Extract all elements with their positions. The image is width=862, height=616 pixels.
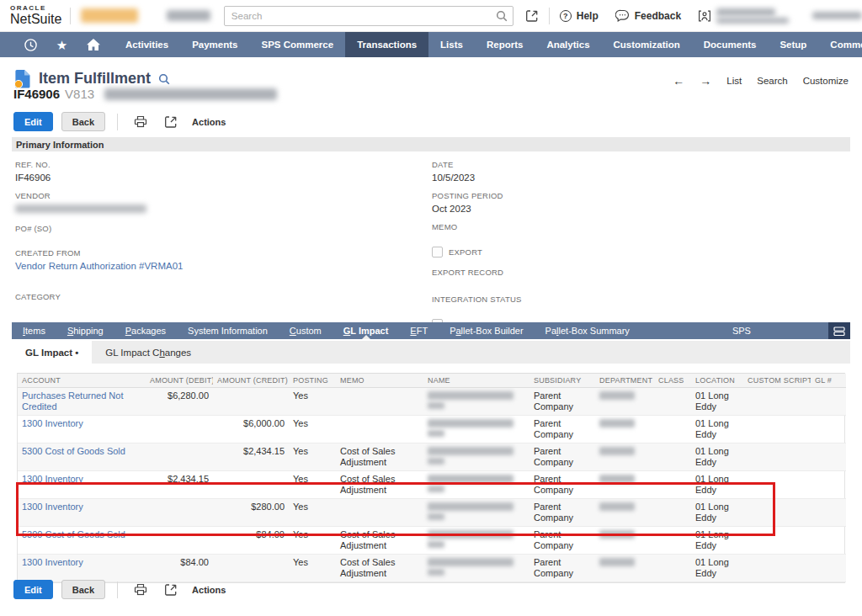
subtab-gl-impact[interactable]: GL Impact • — [12, 341, 92, 364]
tab-shipping[interactable]: Shipping — [56, 322, 114, 339]
account-link[interactable]: 1300 Inventory — [22, 502, 83, 512]
account-link[interactable]: 1300 Inventory — [22, 418, 83, 428]
footer-quick-add-record-icon[interactable] — [160, 583, 182, 597]
footer-actions-menu[interactable]: Actions — [192, 585, 226, 595]
roles-icon[interactable] — [698, 10, 711, 22]
search-icon[interactable] — [496, 10, 508, 22]
nav-item-analytics[interactable]: Analytics — [535, 32, 601, 57]
cell-department — [595, 443, 654, 470]
recent-records-icon[interactable] — [15, 32, 46, 57]
redacted-entity-name — [104, 88, 277, 100]
account-link[interactable]: 5300 Cost of Goods Sold — [22, 529, 125, 539]
field-posting-period: POSTING PERIODOct 2023 — [432, 191, 827, 215]
field-label-po-so: PO# (SO) — [15, 224, 411, 234]
redacted-name — [428, 502, 513, 511]
nav-item-documents[interactable]: Documents — [692, 32, 769, 57]
redacted-name-line2 — [428, 486, 444, 492]
cell-credit: $6,000.00 — [213, 415, 289, 443]
redacted-name — [428, 391, 513, 400]
tab-custom[interactable]: Custom — [279, 322, 333, 339]
cell-class — [654, 387, 691, 415]
nav-item-reports[interactable]: Reports — [475, 32, 535, 57]
quick-add-record-icon[interactable] — [160, 115, 182, 129]
account-link[interactable]: Purchases Returned Not Credited — [22, 390, 123, 412]
print-icon[interactable] — [130, 115, 152, 128]
field-created-from: CREATED FROMVendor Return Authorization … — [15, 248, 411, 272]
toolbar-divider — [117, 114, 118, 130]
field-date: DATE10/5/2023 — [432, 160, 827, 183]
field-export: EXPORT — [432, 247, 827, 258]
tab-items[interactable]: Items — [12, 322, 56, 339]
quick-add-icon[interactable] — [525, 9, 539, 23]
nav-item-sps-commerce[interactable]: SPS Commerce — [249, 32, 345, 57]
cell-location: 01 Long Eddy — [691, 498, 743, 526]
nav-item-lists[interactable]: Lists — [428, 32, 475, 57]
nav-item-transactions[interactable]: Transactions — [345, 32, 428, 57]
cell-memo: Cost of Sales Adjustment — [336, 443, 423, 470]
main-nav: ★ ActivitiesPaymentsSPS CommerceTransact… — [0, 32, 862, 57]
back-button[interactable]: Back — [61, 112, 105, 131]
previous-record-arrow[interactable]: ← — [673, 74, 684, 88]
search-input[interactable] — [224, 6, 513, 26]
account-link[interactable]: 1300 Inventory — [22, 557, 83, 567]
column-header-account: ACCOUNT — [18, 374, 146, 387]
field-value-created-from[interactable]: Vendor Return Authorization #VRMA01 — [15, 260, 411, 272]
nav-item-commerce[interactable]: Commerce — [818, 32, 862, 57]
tab-eft[interactable]: EFT — [399, 322, 439, 339]
tab-pallet-box-summary[interactable]: Pallet-Box Summary — [535, 322, 641, 339]
expand-collapse-subtabs-icon[interactable] — [828, 322, 850, 339]
top-header: ORACLE NetSuite ? Help Feedback — [0, 0, 862, 32]
record-search-icon[interactable] — [158, 73, 170, 85]
page-title: Item Fulfillment — [39, 70, 151, 88]
gl-table-row: 5300 Cost of Goods Sold$2,434.15YesCost … — [18, 443, 846, 470]
cell-subsidiary: Parent Company — [529, 415, 595, 443]
cell-account: 5300 Cost of Goods Sold — [18, 526, 146, 554]
tab-system-information[interactable]: System Information — [177, 322, 279, 339]
tab-sps[interactable]: SPS — [721, 322, 762, 339]
nav-item-payments[interactable]: Payments — [180, 32, 249, 57]
cell-location: 01 Long Eddy — [691, 415, 743, 443]
checkbox-export[interactable] — [432, 247, 443, 258]
cell-debit — [146, 443, 213, 470]
feedback-button[interactable]: Feedback — [615, 9, 681, 22]
cell-class — [654, 554, 691, 581]
nav-item-setup[interactable]: Setup — [768, 32, 818, 57]
feedback-label: Feedback — [635, 10, 681, 22]
list-link[interactable]: List — [726, 76, 742, 86]
redacted-department — [599, 530, 635, 539]
customize-link[interactable]: Customize — [803, 76, 849, 86]
cell-class — [654, 470, 691, 498]
next-record-arrow[interactable]: → — [700, 74, 711, 88]
cell-department — [595, 415, 654, 443]
tab-gl-impact[interactable]: GL Impact — [333, 322, 400, 339]
cell-gl — [811, 526, 846, 554]
tab-pallet-box-builder[interactable]: Pallet-Box Builder — [439, 322, 534, 339]
checkbox-label-export: EXPORT — [449, 247, 482, 257]
cell-memo — [336, 498, 423, 526]
cell-gl — [811, 554, 846, 581]
redacted-user-info[interactable] — [716, 8, 789, 24]
account-link[interactable]: 1300 Inventory — [22, 474, 83, 484]
cell-memo: Cost of Sales Adjustment — [336, 554, 423, 581]
nav-item-activities[interactable]: Activities — [114, 32, 180, 57]
cell-custom_script — [743, 387, 811, 415]
subtab-gl-impact-changes[interactable]: GL Impact Changes — [92, 341, 205, 364]
cell-account: Purchases Returned Not Credited — [18, 387, 146, 415]
edit-button[interactable]: Edit — [13, 112, 53, 131]
tab-packages[interactable]: Packages — [114, 322, 177, 339]
shortcuts-star-icon[interactable]: ★ — [46, 32, 77, 57]
help-button[interactable]: ? Help — [560, 10, 599, 22]
redacted-name — [428, 558, 513, 566]
cell-location: 01 Long Eddy — [691, 554, 743, 581]
actions-menu[interactable]: Actions — [192, 117, 226, 127]
footer-edit-button[interactable]: Edit — [13, 580, 53, 599]
home-icon[interactable] — [77, 32, 109, 57]
help-icon: ? — [560, 10, 572, 22]
nav-item-customization[interactable]: Customization — [602, 32, 692, 57]
footer-back-button[interactable]: Back — [61, 580, 105, 599]
search-link[interactable]: Search — [757, 76, 787, 86]
netsuite-logo[interactable]: ORACLE NetSuite — [10, 5, 61, 26]
account-link[interactable]: 5300 Cost of Goods Sold — [22, 446, 125, 456]
cell-name — [423, 554, 529, 581]
footer-print-icon[interactable] — [130, 583, 152, 596]
